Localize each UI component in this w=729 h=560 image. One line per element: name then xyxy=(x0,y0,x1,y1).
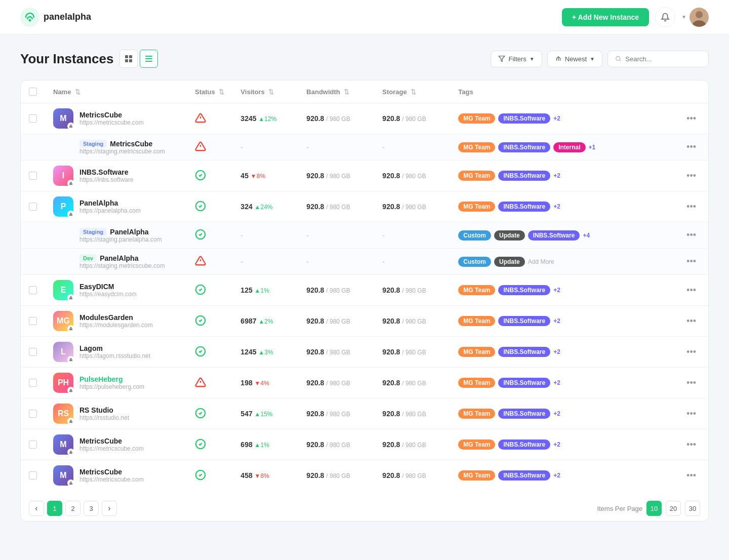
instance-url: https://easydcim.com xyxy=(79,291,137,298)
sub-instance-url: https://staging.metricscube.com xyxy=(79,262,165,269)
actions-cell: ••• xyxy=(674,368,708,398)
page-3-button[interactable]: 3 xyxy=(84,501,99,516)
row-action-button[interactable]: ••• xyxy=(682,345,700,359)
visitors-value: 125 xyxy=(240,286,252,294)
instance-info: EasyDICM https://easydcim.com xyxy=(79,283,137,298)
sub-row-action-button[interactable]: ••• xyxy=(682,140,700,154)
instance-url: https://modulesgarden.com xyxy=(79,322,153,329)
add-instance-button[interactable]: + Add New Instance xyxy=(562,8,649,26)
row-checkbox[interactable] xyxy=(29,203,37,211)
svg-rect-39 xyxy=(69,421,72,423)
row-action-button[interactable]: ••• xyxy=(682,199,700,214)
page-2-button[interactable]: 2 xyxy=(65,501,80,516)
col-status-header: Status ⇅ xyxy=(187,81,232,103)
notification-button[interactable] xyxy=(655,7,675,27)
tag: INBS.Software xyxy=(498,347,550,357)
status-sort-icon[interactable]: ⇅ xyxy=(219,88,224,96)
sort-label: Newest xyxy=(565,55,587,63)
storage-cell: 920.8 / 980 GB xyxy=(374,337,450,368)
sub-row-action-button[interactable]: ••• xyxy=(682,254,700,269)
tag: MG Team xyxy=(458,316,495,326)
status-ok-icon xyxy=(195,408,206,419)
lock-badge xyxy=(67,479,74,487)
sub-storage-cell: - xyxy=(374,134,450,161)
tag-add-more[interactable]: Add More xyxy=(528,258,554,265)
staging-badge: Staging xyxy=(79,228,107,236)
per-page-20-button[interactable]: 20 xyxy=(666,501,681,516)
storage-cell: 920.8 / 980 GB xyxy=(374,275,450,306)
visitors-sort-icon[interactable]: ⇅ xyxy=(268,88,274,96)
row-checkbox[interactable] xyxy=(29,379,37,387)
grid-view-button[interactable] xyxy=(119,50,138,68)
bandwidth-value: 920.8 xyxy=(306,410,324,418)
tag: INBS.Software xyxy=(498,439,550,450)
row-checkbox-cell xyxy=(21,429,45,460)
instance-name-cell: M MetricsCube https://metricscube.com xyxy=(45,429,187,460)
instance-name-cell: E EasyDICM https://easydcim.com xyxy=(45,275,187,306)
visitors-cell: 198 ▼4% xyxy=(232,368,298,398)
storage-value: 920.8 xyxy=(382,379,400,387)
tag: MG Team xyxy=(458,409,495,419)
bandwidth-total: / 980 GB xyxy=(326,287,350,294)
page-1-button[interactable]: 1 xyxy=(47,501,62,516)
table-row: MG ModulesGarden https://modulesgarden.c… xyxy=(21,306,708,337)
row-action-button[interactable]: ••• xyxy=(682,437,700,452)
row-checkbox[interactable] xyxy=(29,286,37,294)
col-bandwidth-header: Bandwidth ⇅ xyxy=(298,81,374,103)
row-action-button[interactable]: ••• xyxy=(682,283,700,298)
instance-avatar: M xyxy=(53,434,73,455)
row-checkbox[interactable] xyxy=(29,471,37,479)
name-sort-icon[interactable]: ⇅ xyxy=(75,88,80,96)
lock-badge xyxy=(67,294,74,301)
instance-info: MetricsCube https://metricscube.com xyxy=(79,468,144,483)
storage-total: / 980 GB xyxy=(402,287,426,294)
status-cell xyxy=(187,103,232,134)
sub-row-action-button[interactable]: ••• xyxy=(682,228,700,243)
list-view-button[interactable] xyxy=(140,50,158,68)
row-checkbox[interactable] xyxy=(29,348,37,356)
sort-icon xyxy=(555,55,562,62)
row-checkbox[interactable] xyxy=(29,410,37,418)
sort-button[interactable]: Newest ▼ xyxy=(547,51,602,67)
sub-instance-name-cell: Staging MetricsCube https://staging.metr… xyxy=(45,134,187,161)
row-action-button[interactable]: ••• xyxy=(682,169,700,183)
sub-tags-cell: CustomUpdateAdd More xyxy=(450,249,674,275)
sub-instance-name-cell: Dev PanelAlpha https://staging.metricscu… xyxy=(45,249,187,275)
visitors-delta: ▲1% xyxy=(255,287,269,294)
filter-icon xyxy=(498,55,505,62)
row-checkbox[interactable] xyxy=(29,317,37,325)
search-icon xyxy=(615,55,621,62)
row-action-button[interactable]: ••• xyxy=(682,407,700,421)
user-menu-button[interactable]: ▼ xyxy=(681,8,709,27)
per-page-30-button[interactable]: 30 xyxy=(685,501,700,516)
storage-value: 920.8 xyxy=(382,286,400,294)
tag-more: +2 xyxy=(553,379,560,386)
visitors-delta: ▼8% xyxy=(251,173,265,180)
storage-sort-icon[interactable]: ⇅ xyxy=(411,88,416,96)
next-page-button[interactable]: › xyxy=(102,501,117,516)
row-checkbox[interactable] xyxy=(29,172,37,180)
row-action-button[interactable]: ••• xyxy=(682,111,700,126)
row-checkbox[interactable] xyxy=(29,441,37,449)
search-input[interactable] xyxy=(625,55,701,63)
instance-info: RS Studio https://rsstudio.net xyxy=(79,406,129,421)
status-ok-icon xyxy=(195,170,206,181)
lock-badge xyxy=(67,418,74,425)
row-checkbox[interactable] xyxy=(29,114,37,123)
sub-storage-cell: - xyxy=(374,222,450,249)
bell-icon xyxy=(661,13,670,22)
visitors-delta: ▲3% xyxy=(258,349,273,356)
visitors-delta: ▲15% xyxy=(255,411,273,418)
row-action-button[interactable]: ••• xyxy=(682,376,700,390)
row-action-button[interactable]: ••• xyxy=(682,314,700,329)
instance-name-text: EasyDICM xyxy=(79,283,137,291)
row-action-button[interactable]: ••• xyxy=(682,468,700,483)
instance-name-cell: M MetricsCube https://metricscube.com xyxy=(45,103,187,134)
filters-button[interactable]: Filters ▼ xyxy=(491,51,542,67)
bandwidth-total: / 980 GB xyxy=(326,411,350,418)
select-all-checkbox[interactable] xyxy=(29,88,37,96)
prev-page-button[interactable]: ‹ xyxy=(29,501,44,516)
bandwidth-sort-icon[interactable]: ⇅ xyxy=(344,88,349,96)
view-toggle xyxy=(119,50,158,68)
per-page-10-button[interactable]: 10 xyxy=(646,501,662,516)
